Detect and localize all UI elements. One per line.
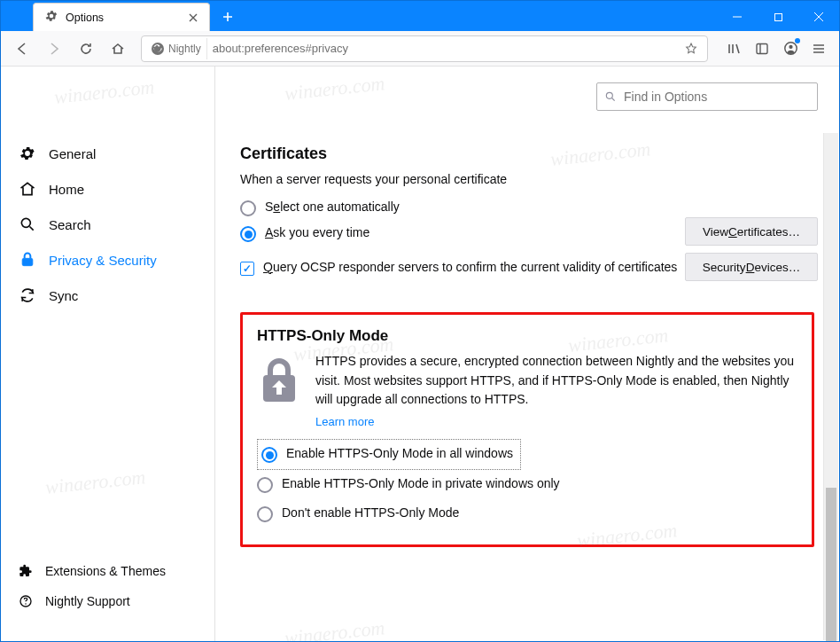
security-devices-button[interactable]: Security Devices… [685, 253, 818, 281]
svg-rect-6 [22, 258, 33, 265]
https-radio-all[interactable]: Enable HTTPS-Only Mode in all windows [257, 439, 521, 470]
cert-radio-auto[interactable]: Select one automatically [240, 195, 630, 221]
sidebar-item-support[interactable]: Nightly Support [1, 586, 214, 616]
svg-point-4 [789, 45, 792, 49]
radio-label: Select one automatically [265, 200, 400, 214]
puzzle-icon [19, 564, 33, 578]
checkbox-icon[interactable] [240, 262, 254, 276]
svg-rect-0 [774, 13, 782, 20]
find-in-options[interactable] [596, 82, 818, 111]
firefox-icon [151, 42, 165, 56]
app-menu-button[interactable] [805, 35, 832, 63]
gear-icon [44, 9, 58, 26]
window-close-button[interactable] [798, 3, 839, 31]
notification-dot-icon [795, 38, 800, 43]
preferences-main: Certificates When a server requests your… [215, 67, 839, 641]
radio-icon[interactable] [257, 506, 273, 522]
radio-label: Enable HTTPS-Only Mode in private window… [282, 476, 560, 490]
radio-label: Ask you every time [265, 225, 369, 239]
sidebar-label: Extensions & Themes [45, 564, 166, 578]
sidebar-label: Privacy & Security [49, 253, 157, 268]
url-bar[interactable]: Nightly about:preferences#privacy [141, 35, 708, 62]
scrollbar-thumb[interactable] [826, 488, 836, 641]
bookmark-star-button[interactable] [682, 35, 704, 63]
sidebar-item-privacy[interactable]: Privacy & Security [1, 242, 214, 278]
help-icon [19, 594, 33, 608]
checkbox-label: Query OCSP responder servers to confirm … [263, 260, 677, 274]
titlebar: Options [1, 1, 839, 31]
radio-icon[interactable] [257, 477, 273, 493]
home-icon [19, 180, 36, 198]
sidebar-label: Nightly Support [45, 594, 130, 608]
cert-radio-ask[interactable]: Ask you every time [240, 221, 630, 247]
sidebar-label: General [49, 146, 96, 161]
sidebar-item-home[interactable]: Home [1, 171, 214, 207]
find-input[interactable] [622, 89, 810, 105]
view-certificates-button[interactable]: View Certificates… [685, 217, 818, 246]
window-maximize-button[interactable] [758, 3, 798, 31]
radio-icon[interactable] [240, 200, 256, 216]
sidebar-label: Search [49, 217, 91, 232]
lock-icon [19, 251, 36, 269]
sync-icon [19, 286, 36, 304]
tab-options[interactable]: Options [33, 3, 210, 31]
search-icon [19, 215, 36, 233]
svg-point-9 [606, 92, 612, 98]
certificates-desc: When a server requests your personal cer… [240, 172, 814, 186]
window-minimize-button[interactable] [717, 3, 758, 31]
nav-home-button[interactable] [104, 35, 132, 63]
search-icon [604, 90, 617, 103]
nav-back-button[interactable] [8, 35, 36, 63]
https-radio-private[interactable]: Enable HTTPS-Only Mode in private window… [257, 470, 797, 499]
certificates-heading: Certificates [240, 145, 814, 163]
nav-reload-button[interactable] [72, 35, 100, 63]
vertical-scrollbar[interactable] [823, 133, 838, 640]
svg-rect-2 [757, 43, 767, 53]
identity-label: Nightly [168, 43, 201, 55]
svg-point-5 [21, 218, 30, 227]
https-radio-off[interactable]: Don't enable HTTPS-Only Mode [257, 499, 797, 528]
library-button[interactable] [720, 35, 747, 63]
radio-label: Enable HTTPS-Only Mode in all windows [286, 446, 513, 460]
radio-icon[interactable] [240, 226, 256, 242]
account-button[interactable] [777, 35, 804, 63]
new-tab-button[interactable] [215, 4, 240, 29]
learn-more-link[interactable]: Learn more [315, 415, 374, 428]
sidebar-button[interactable] [749, 35, 775, 63]
sidebar-item-sync[interactable]: Sync [1, 278, 214, 313]
identity-box[interactable]: Nightly [145, 38, 207, 59]
tab-title: Options [66, 12, 179, 24]
sidebar-item-extensions[interactable]: Extensions & Themes [1, 556, 214, 586]
sidebar-label: Sync [49, 288, 78, 303]
tab-close-button[interactable] [186, 11, 200, 25]
gear-icon [19, 145, 36, 162]
nav-toolbar: Nightly about:preferences#privacy [1, 31, 839, 67]
sidebar-label: Home [49, 182, 84, 197]
sidebar-item-search[interactable]: Search [1, 207, 214, 242]
radio-icon[interactable] [261, 447, 277, 463]
preferences-sidebar: General Home Search Privacy & Security S… [1, 67, 215, 641]
nav-forward-button[interactable] [40, 35, 68, 63]
https-heading: HTTPS-Only Mode [257, 327, 797, 345]
https-description: HTTPS provides a secure, encrypted conne… [315, 352, 797, 410]
https-only-section: HTTPS-Only Mode HTTPS provides a secure,… [240, 312, 814, 547]
lock-upgrade-icon [257, 356, 301, 405]
url-text: about:preferences#privacy [213, 42, 677, 55]
sidebar-item-general[interactable]: General [1, 136, 214, 171]
radio-label: Don't enable HTTPS-Only Mode [282, 505, 459, 520]
svg-point-8 [25, 603, 26, 604]
